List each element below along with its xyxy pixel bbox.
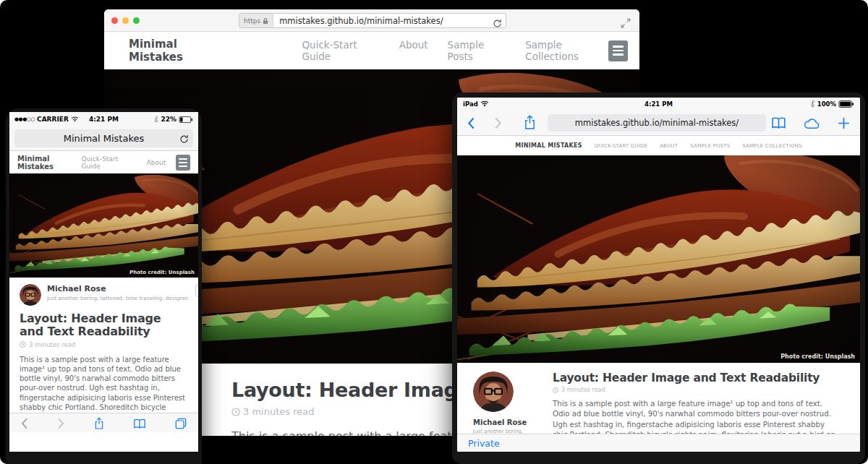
chevron-left-icon — [21, 418, 28, 429]
new-tab-button[interactable] — [838, 116, 850, 129]
share-icon — [524, 115, 536, 130]
battery-icon — [179, 116, 193, 123]
cloud-icon — [804, 118, 820, 129]
bookmarks-button[interactable] — [771, 116, 786, 129]
site-masthead: MINIMAL MISTAKES QUICK-START GUIDE ABOUT… — [457, 136, 860, 155]
nav-link-quick-start[interactable]: Quick-Start Guide — [81, 155, 133, 170]
clock-icon — [553, 387, 558, 393]
ipad-address-bar[interactable]: mmistakes.github.io/minimal-mistakes/ — [548, 114, 766, 132]
post-meta: 3 minutes read — [20, 341, 188, 348]
browser-chrome: https mmistakes.github.io/minimal-mistak… — [104, 9, 639, 32]
chevron-left-icon — [467, 117, 475, 129]
read-time: 3 minutes read — [243, 406, 314, 417]
nav-link-quick-start[interactable]: Quick-Start Guide — [302, 39, 379, 62]
avatar-photo — [20, 284, 41, 306]
url-text: Minimal Mistakes — [64, 133, 145, 144]
author-name: Michael Rose — [473, 418, 535, 426]
post-content: Michael Rose Just another boring, tattoo… — [9, 278, 198, 432]
lock-icon — [263, 17, 268, 25]
refresh-icon — [179, 134, 189, 144]
forward-button[interactable] — [494, 116, 502, 129]
post-body: This is a sample post with a large featu… — [553, 399, 841, 434]
url-text: mmistakes.github.io/minimal-mistakes/ — [575, 118, 739, 128]
refresh-button[interactable] — [493, 16, 502, 28]
header-image: Photo credit: Unsplash — [9, 173, 198, 278]
author-block: Michael Rose Just another boring, tattoo… — [20, 284, 188, 306]
safari-toolbar: mmistakes.github.io/minimal-mistakes/ — [457, 110, 860, 136]
back-button[interactable] — [21, 416, 28, 430]
tabs-button[interactable] — [175, 416, 187, 430]
nav-link-sample-posts[interactable]: Sample Posts — [448, 39, 506, 62]
post-title: Layout: Header Image and Text Readabilit… — [553, 371, 841, 384]
nav-link-about[interactable]: About — [147, 159, 166, 166]
ipad-screen: iPad 4:21 PM 100% — [457, 98, 860, 452]
close-window-button[interactable] — [111, 17, 118, 24]
nav-link-sample-posts[interactable]: SAMPLE POSTS — [690, 143, 730, 149]
iphone-address-bar[interactable]: Minimal Mistakes — [14, 129, 193, 147]
nav-link-quick-start[interactable]: QUICK-START GUIDE — [595, 143, 647, 149]
fullscreen-button[interactable] — [621, 15, 631, 29]
follow-button[interactable]: Follow — [195, 284, 198, 297]
site-title-link[interactable]: MINIMAL MISTAKES — [515, 142, 582, 149]
nav-link-about[interactable]: ABOUT — [660, 143, 678, 149]
author-bio: Just another boring, tattooed, time trav… — [47, 295, 190, 301]
avatar-photo — [473, 371, 514, 412]
share-button[interactable] — [524, 115, 536, 130]
post-main: Layout: Header Image and Text Readabilit… — [553, 371, 841, 434]
nav-link-sample-collections[interactable]: SAMPLE COLLECTIONS — [742, 143, 801, 149]
safari-bottom-toolbar — [9, 413, 198, 432]
clock-icon — [20, 341, 26, 348]
protocol-label: https — [244, 17, 260, 25]
read-time: 3 minutes read — [29, 341, 75, 348]
leaves-photo — [9, 173, 198, 278]
bookmarks-button[interactable] — [133, 416, 146, 430]
book-icon — [771, 117, 786, 129]
site-title-link[interactable]: Minimal Mistakes — [17, 155, 81, 171]
book-icon — [133, 418, 146, 429]
tabs-icon — [175, 418, 187, 429]
battery-icon — [838, 100, 854, 108]
icloud-tabs-button[interactable] — [804, 116, 820, 129]
zoom-window-button[interactable] — [133, 17, 140, 24]
status-time: 4:21 PM — [457, 100, 860, 108]
nav-link-sample-collections[interactable]: Sample Collections — [525, 39, 608, 62]
post-meta: 3 minutes read — [553, 387, 841, 393]
menu-toggle-button[interactable] — [176, 155, 190, 171]
refresh-button[interactable] — [179, 133, 189, 144]
menu-toggle-button[interactable] — [608, 40, 628, 61]
share-icon — [94, 417, 104, 430]
battery-percent: 22% — [161, 116, 176, 123]
private-browsing-bar: Private — [457, 434, 860, 452]
status-right: 100% — [810, 100, 854, 108]
header-image: Photo credit: Unsplash — [457, 155, 860, 363]
site-title-link[interactable]: Minimal Mistakes — [129, 38, 226, 64]
iphone-device: ●●●○○ CARRIER 4:21 PM 22% Minimal Mistak… — [6, 108, 202, 464]
iphone-status-bar: ●●●○○ CARRIER 4:21 PM 22% — [9, 112, 198, 126]
status-right: 22% — [154, 116, 193, 123]
post-content: Michael Rose Just another boring, tattoo… — [457, 363, 860, 434]
author-bio: Just another boring, tattooed, — [473, 429, 535, 434]
https-badge: https — [239, 14, 273, 27]
photo-credit: Photo credit: Unsplash — [129, 270, 195, 275]
chevron-right-icon — [57, 418, 64, 429]
chevron-right-icon — [494, 117, 502, 129]
address-bar[interactable]: https mmistakes.github.io/minimal-mistak… — [239, 13, 506, 28]
avatar — [20, 284, 41, 306]
composite-canvas: https mmistakes.github.io/minimal-mistak… — [0, 0, 868, 464]
url-text: mmistakes.github.io/minimal-mistakes/ — [279, 16, 443, 26]
share-button[interactable] — [94, 416, 104, 430]
site-nav: Quick-Start Guide About Sample Posts Sam… — [302, 39, 608, 62]
nav-link-about[interactable]: About — [399, 39, 428, 62]
minimize-window-button[interactable] — [122, 17, 129, 24]
private-button[interactable]: Private — [468, 438, 500, 449]
leaves-photo — [457, 155, 860, 363]
plus-icon — [838, 117, 850, 129]
fullscreen-icon — [621, 18, 631, 28]
toolbar-right — [771, 116, 850, 129]
forward-button[interactable] — [57, 416, 64, 430]
bluetooth-icon — [154, 116, 158, 123]
back-button[interactable] — [467, 116, 475, 129]
clock-icon — [231, 408, 240, 416]
ipad-device: iPad 4:21 PM 100% — [452, 93, 865, 464]
photo-credit: Photo credit: Unsplash — [780, 353, 855, 360]
